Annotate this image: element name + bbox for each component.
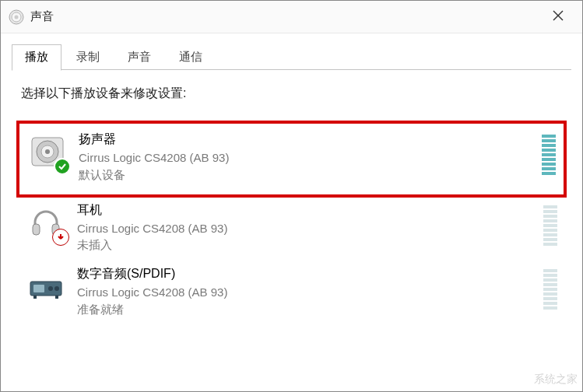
speaker-icon [27,131,68,172]
tab-record[interactable]: 录制 [63,44,113,70]
device-status: 准备就绪 [77,301,543,318]
tab-row: 播放 录制 声音 通信 [1,44,582,70]
device-name: 扬声器 [79,131,542,148]
device-driver: Cirrus Logic CS4208 (AB 93) [77,220,543,237]
receiver-icon [26,266,66,306]
svg-rect-9 [33,224,40,235]
title-bar: 声音 [1,1,582,33]
tab-label: 播放 [25,50,48,63]
close-button[interactable] [540,1,576,33]
sound-app-icon [9,9,24,25]
device-status: 默认设备 [79,166,542,184]
device-item-spdif[interactable]: 数字音频(S/PDIF) Cirrus Logic CS4208 (AB 93)… [21,261,562,326]
unplugged-badge [52,229,69,246]
default-check-badge [54,158,71,175]
svg-point-2 [15,15,19,19]
tab-playback[interactable]: 播放 [12,44,61,71]
tab-communication[interactable]: 通信 [166,44,216,70]
tab-label: 录制 [76,50,100,63]
watermark: 系统之家 [534,373,578,387]
headphones-icon [26,202,66,243]
tab-sounds[interactable]: 声音 [114,44,164,70]
device-driver: Cirrus Logic CS4208 (AB 93) [79,149,542,166]
device-item-headphones[interactable]: 耳机 Cirrus Logic CS4208 (AB 93) 未插入 [21,198,562,262]
window-title: 声音 [30,9,54,24]
device-list: 扬声器 Cirrus Logic CS4208 (AB 93) 默认设备 [21,121,562,326]
tab-content: 选择以下播放设备来修改设置: 扬声器 Cirrus Logic C [1,70,582,334]
tab-label: 通信 [179,50,202,63]
device-name: 耳机 [77,202,543,219]
device-item-speaker[interactable]: 扬声器 Cirrus Logic CS4208 (AB 93) 默认设备 [16,121,567,198]
device-driver: Cirrus Logic CS4208 (AB 93) [77,284,543,301]
svg-rect-16 [55,296,58,299]
close-icon [553,9,564,25]
level-meter [543,205,557,246]
device-text: 耳机 Cirrus Logic CS4208 (AB 93) 未插入 [77,202,543,254]
tab-label: 声音 [128,50,151,63]
svg-point-14 [54,286,59,291]
svg-point-8 [45,149,50,154]
level-meter [542,135,556,175]
device-name: 数字音频(S/PDIF) [77,266,543,282]
level-meter [543,269,557,310]
svg-rect-15 [33,296,37,299]
svg-point-13 [48,286,53,291]
device-text: 数字音频(S/PDIF) Cirrus Logic CS4208 (AB 93)… [77,266,543,318]
device-text: 扬声器 Cirrus Logic CS4208 (AB 93) 默认设备 [79,131,542,184]
instruction-text: 选择以下播放设备来修改设置: [21,86,562,102]
device-status: 未插入 [77,236,543,254]
svg-rect-12 [33,285,44,292]
